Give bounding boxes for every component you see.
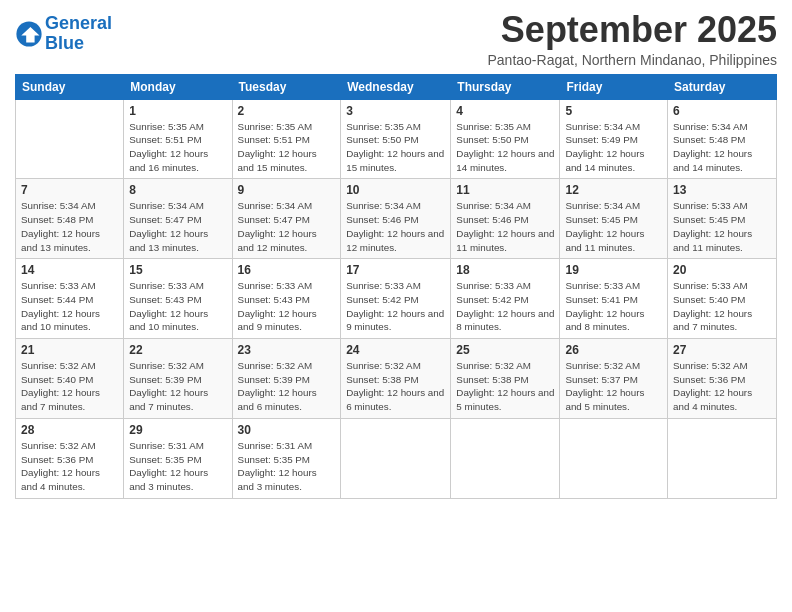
sunrise-text: Sunrise: 5:34 AM (673, 121, 748, 132)
daylight-text: Daylight: 12 hours and 5 minutes. (456, 387, 554, 412)
day-number: 23 (238, 343, 336, 357)
table-row: 23 Sunrise: 5:32 AM Sunset: 5:39 PM Dayl… (232, 339, 341, 419)
day-info: Sunrise: 5:32 AM Sunset: 5:38 PM Dayligh… (456, 359, 554, 414)
sunset-text: Sunset: 5:42 PM (456, 294, 528, 305)
daylight-text: Daylight: 12 hours and 8 minutes. (456, 308, 554, 333)
table-row: 22 Sunrise: 5:32 AM Sunset: 5:39 PM Dayl… (124, 339, 232, 419)
day-info: Sunrise: 5:33 AM Sunset: 5:45 PM Dayligh… (673, 199, 771, 254)
day-number: 18 (456, 263, 554, 277)
day-info: Sunrise: 5:33 AM Sunset: 5:41 PM Dayligh… (565, 279, 662, 334)
table-row: 18 Sunrise: 5:33 AM Sunset: 5:42 PM Dayl… (451, 259, 560, 339)
daylight-text: Daylight: 12 hours and 14 minutes. (565, 148, 644, 173)
day-info: Sunrise: 5:32 AM Sunset: 5:39 PM Dayligh… (129, 359, 226, 414)
table-row: 25 Sunrise: 5:32 AM Sunset: 5:38 PM Dayl… (451, 339, 560, 419)
daylight-text: Daylight: 12 hours and 4 minutes. (21, 467, 100, 492)
header-sunday: Sunday (16, 74, 124, 99)
calendar-week-row: 28 Sunrise: 5:32 AM Sunset: 5:36 PM Dayl… (16, 418, 777, 498)
table-row: 10 Sunrise: 5:34 AM Sunset: 5:46 PM Dayl… (341, 179, 451, 259)
daylight-text: Daylight: 12 hours and 3 minutes. (238, 467, 317, 492)
day-number: 9 (238, 183, 336, 197)
day-info: Sunrise: 5:35 AM Sunset: 5:50 PM Dayligh… (346, 120, 445, 175)
sunrise-text: Sunrise: 5:33 AM (673, 280, 748, 291)
day-info: Sunrise: 5:33 AM Sunset: 5:42 PM Dayligh… (456, 279, 554, 334)
day-number: 2 (238, 104, 336, 118)
day-info: Sunrise: 5:34 AM Sunset: 5:46 PM Dayligh… (456, 199, 554, 254)
sunset-text: Sunset: 5:36 PM (673, 374, 745, 385)
day-info: Sunrise: 5:32 AM Sunset: 5:36 PM Dayligh… (673, 359, 771, 414)
sunset-text: Sunset: 5:41 PM (565, 294, 637, 305)
table-row: 5 Sunrise: 5:34 AM Sunset: 5:49 PM Dayli… (560, 99, 668, 179)
calendar-week-row: 14 Sunrise: 5:33 AM Sunset: 5:44 PM Dayl… (16, 259, 777, 339)
calendar-week-row: 1 Sunrise: 5:35 AM Sunset: 5:51 PM Dayli… (16, 99, 777, 179)
daylight-text: Daylight: 12 hours and 5 minutes. (565, 387, 644, 412)
sunrise-text: Sunrise: 5:34 AM (238, 200, 313, 211)
day-number: 27 (673, 343, 771, 357)
table-row: 17 Sunrise: 5:33 AM Sunset: 5:42 PM Dayl… (341, 259, 451, 339)
table-row: 4 Sunrise: 5:35 AM Sunset: 5:50 PM Dayli… (451, 99, 560, 179)
sunset-text: Sunset: 5:46 PM (346, 214, 418, 225)
day-number: 12 (565, 183, 662, 197)
sunset-text: Sunset: 5:50 PM (346, 134, 418, 145)
sunset-text: Sunset: 5:46 PM (456, 214, 528, 225)
day-number: 16 (238, 263, 336, 277)
table-row: 7 Sunrise: 5:34 AM Sunset: 5:48 PM Dayli… (16, 179, 124, 259)
logo-blue: Blue (45, 33, 84, 53)
table-row: 21 Sunrise: 5:32 AM Sunset: 5:40 PM Dayl… (16, 339, 124, 419)
sunrise-text: Sunrise: 5:32 AM (565, 360, 640, 371)
daylight-text: Daylight: 12 hours and 16 minutes. (129, 148, 208, 173)
table-row: 11 Sunrise: 5:34 AM Sunset: 5:46 PM Dayl… (451, 179, 560, 259)
table-row: 1 Sunrise: 5:35 AM Sunset: 5:51 PM Dayli… (124, 99, 232, 179)
sunset-text: Sunset: 5:39 PM (238, 374, 310, 385)
sunrise-text: Sunrise: 5:33 AM (673, 200, 748, 211)
sunset-text: Sunset: 5:51 PM (238, 134, 310, 145)
sunrise-text: Sunrise: 5:31 AM (129, 440, 204, 451)
month-title: September 2025 (487, 10, 777, 50)
day-info: Sunrise: 5:33 AM Sunset: 5:40 PM Dayligh… (673, 279, 771, 334)
day-info: Sunrise: 5:33 AM Sunset: 5:44 PM Dayligh… (21, 279, 118, 334)
day-info: Sunrise: 5:32 AM Sunset: 5:39 PM Dayligh… (238, 359, 336, 414)
day-number: 25 (456, 343, 554, 357)
header-tuesday: Tuesday (232, 74, 341, 99)
sunrise-text: Sunrise: 5:32 AM (129, 360, 204, 371)
day-info: Sunrise: 5:33 AM Sunset: 5:43 PM Dayligh… (129, 279, 226, 334)
sunrise-text: Sunrise: 5:32 AM (456, 360, 531, 371)
daylight-text: Daylight: 12 hours and 11 minutes. (673, 228, 752, 253)
sunrise-text: Sunrise: 5:33 AM (565, 280, 640, 291)
day-info: Sunrise: 5:35 AM Sunset: 5:51 PM Dayligh… (238, 120, 336, 175)
daylight-text: Daylight: 12 hours and 13 minutes. (129, 228, 208, 253)
daylight-text: Daylight: 12 hours and 11 minutes. (456, 228, 554, 253)
day-info: Sunrise: 5:35 AM Sunset: 5:51 PM Dayligh… (129, 120, 226, 175)
sunset-text: Sunset: 5:47 PM (129, 214, 201, 225)
sunset-text: Sunset: 5:40 PM (21, 374, 93, 385)
sunset-text: Sunset: 5:37 PM (565, 374, 637, 385)
sunrise-text: Sunrise: 5:34 AM (456, 200, 531, 211)
sunrise-text: Sunrise: 5:35 AM (346, 121, 421, 132)
day-number: 21 (21, 343, 118, 357)
day-number: 22 (129, 343, 226, 357)
table-row (451, 418, 560, 498)
day-info: Sunrise: 5:32 AM Sunset: 5:36 PM Dayligh… (21, 439, 118, 494)
sunrise-text: Sunrise: 5:31 AM (238, 440, 313, 451)
sunset-text: Sunset: 5:36 PM (21, 454, 93, 465)
location-subtitle: Pantao-Ragat, Northern Mindanao, Philipp… (487, 52, 777, 68)
sunset-text: Sunset: 5:45 PM (565, 214, 637, 225)
day-number: 28 (21, 423, 118, 437)
sunrise-text: Sunrise: 5:32 AM (673, 360, 748, 371)
sunset-text: Sunset: 5:40 PM (673, 294, 745, 305)
header-saturday: Saturday (668, 74, 777, 99)
table-row: 6 Sunrise: 5:34 AM Sunset: 5:48 PM Dayli… (668, 99, 777, 179)
day-number: 26 (565, 343, 662, 357)
sunrise-text: Sunrise: 5:35 AM (129, 121, 204, 132)
table-row: 14 Sunrise: 5:33 AM Sunset: 5:44 PM Dayl… (16, 259, 124, 339)
sunset-text: Sunset: 5:43 PM (129, 294, 201, 305)
table-row (341, 418, 451, 498)
table-row (668, 418, 777, 498)
sunset-text: Sunset: 5:38 PM (346, 374, 418, 385)
sunset-text: Sunset: 5:38 PM (456, 374, 528, 385)
daylight-text: Daylight: 12 hours and 15 minutes. (238, 148, 317, 173)
sunset-text: Sunset: 5:44 PM (21, 294, 93, 305)
day-info: Sunrise: 5:34 AM Sunset: 5:49 PM Dayligh… (565, 120, 662, 175)
table-row: 13 Sunrise: 5:33 AM Sunset: 5:45 PM Dayl… (668, 179, 777, 259)
day-number: 24 (346, 343, 445, 357)
daylight-text: Daylight: 12 hours and 7 minutes. (129, 387, 208, 412)
